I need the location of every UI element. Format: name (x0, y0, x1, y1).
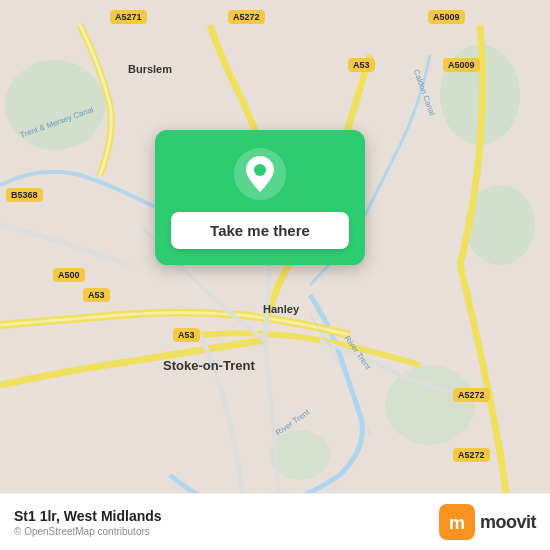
svg-point-4 (385, 365, 475, 445)
road-label-a53-center: A53 (173, 328, 200, 342)
bottom-left: St1 1lr, West Midlands © OpenStreetMap c… (14, 508, 162, 537)
svg-point-5 (270, 430, 330, 480)
location-pin-icon (234, 148, 286, 200)
road-label-a5009-mid: A5009 (443, 58, 480, 72)
road-label-a53-top: A53 (348, 58, 375, 72)
road-label-a5271: A5271 (110, 10, 147, 24)
map-container: A5271 A5272 A5009 A5009 A53 B5368 A500 A… (0, 0, 550, 550)
location-card: Take me there (155, 130, 365, 265)
moovit-text: moovit (480, 512, 536, 533)
road-label-a5272-right2: A5272 (453, 448, 490, 462)
svg-text:m: m (449, 513, 465, 533)
road-label-b5368: B5368 (6, 188, 43, 202)
road-label-a5272-top: A5272 (228, 10, 265, 24)
road-label-a500: A500 (53, 268, 85, 282)
take-me-there-button[interactable]: Take me there (171, 212, 349, 249)
road-label-a5272-right: A5272 (453, 388, 490, 402)
svg-point-7 (254, 164, 266, 176)
copyright-label: © OpenStreetMap contributors (14, 526, 162, 537)
moovit-icon: m (439, 504, 475, 540)
road-label-a5009-top: A5009 (428, 10, 465, 24)
road-label-a53-left: A53 (83, 288, 110, 302)
bottom-bar: St1 1lr, West Midlands © OpenStreetMap c… (0, 493, 550, 550)
svg-point-1 (5, 60, 105, 150)
moovit-logo: m moovit (439, 504, 536, 540)
postcode-label: St1 1lr, West Midlands (14, 508, 162, 524)
